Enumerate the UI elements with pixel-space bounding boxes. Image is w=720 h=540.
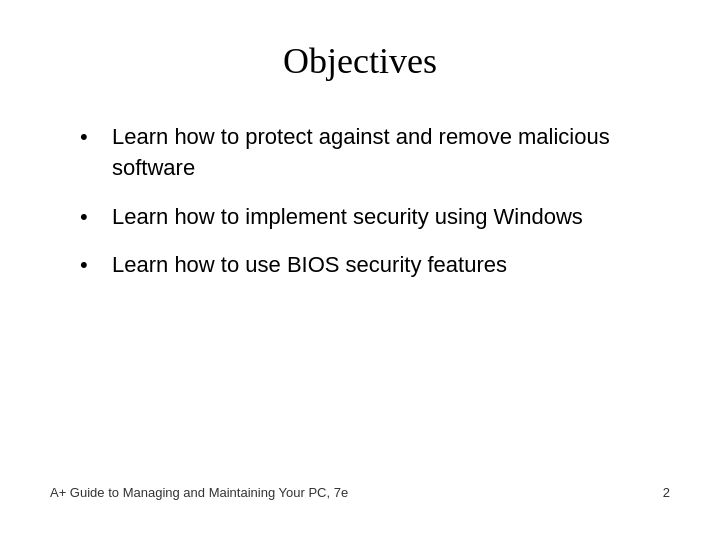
bullet-3-text: Learn how to use BIOS security features bbox=[112, 250, 670, 281]
bullet-symbol: • bbox=[80, 122, 104, 153]
bullet-symbol: • bbox=[80, 250, 104, 281]
bullet-2-text: Learn how to implement security using Wi… bbox=[112, 202, 670, 233]
footer-left-text: A+ Guide to Managing and Maintaining You… bbox=[50, 485, 348, 500]
footer-page-number: 2 bbox=[663, 485, 670, 500]
list-item: • Learn how to implement security using … bbox=[80, 202, 670, 233]
slide: Objectives • Learn how to protect agains… bbox=[0, 0, 720, 540]
bullet-1-text: Learn how to protect against and remove … bbox=[112, 122, 670, 184]
bullet-symbol: • bbox=[80, 202, 104, 233]
slide-title: Objectives bbox=[50, 30, 670, 82]
list-item: • Learn how to protect against and remov… bbox=[80, 122, 670, 184]
list-item: • Learn how to use BIOS security feature… bbox=[80, 250, 670, 281]
objectives-list: • Learn how to protect against and remov… bbox=[50, 122, 670, 475]
slide-footer: A+ Guide to Managing and Maintaining You… bbox=[50, 475, 670, 500]
